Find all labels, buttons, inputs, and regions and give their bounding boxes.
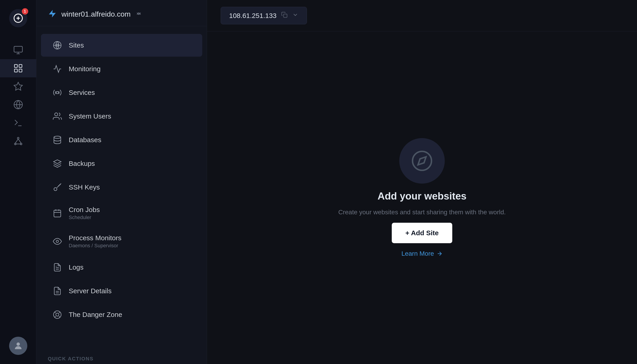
empty-state-container: Add your websites Create your websites a… — [338, 138, 506, 257]
sidebar-item-system-users[interactable]: System Users — [41, 105, 202, 128]
svg-point-35 — [56, 240, 58, 242]
server-brand-icon — [48, 9, 57, 19]
learn-more-link[interactable]: Learn More — [401, 250, 442, 257]
sidebar-item-monitoring[interactable]: Monitoring — [41, 58, 202, 80]
ssh-keys-label: SSH Keys — [69, 183, 100, 191]
server-details-label: Server Details — [69, 287, 112, 295]
svg-point-47 — [412, 151, 431, 170]
ssh-icon — [52, 182, 62, 192]
svg-line-44 — [59, 312, 60, 313]
monitoring-label: Monitoring — [69, 65, 100, 73]
cron-icon — [52, 208, 62, 218]
svg-rect-8 — [14, 69, 17, 72]
ip-dropdown-chevron[interactable] — [292, 12, 298, 20]
svg-rect-7 — [19, 64, 22, 68]
svg-point-27 — [54, 188, 57, 191]
sidebar-item-ssh-keys[interactable]: SSH Keys — [41, 176, 202, 198]
icon-rail: 1 — [0, 0, 36, 364]
add-site-button[interactable]: + Add Site — [392, 223, 452, 243]
server-details-icon — [52, 286, 62, 296]
svg-marker-48 — [418, 157, 426, 165]
process-monitors-sublabel: Daemons / Supervisor — [69, 243, 122, 249]
process-icon — [52, 236, 62, 246]
sidebar-item-sites[interactable]: Sites — [41, 34, 202, 57]
sites-label: Sites — [69, 42, 84, 49]
server-select-chevron[interactable] — [135, 10, 142, 18]
sidebar-item-danger-zone[interactable]: The Danger Zone — [41, 303, 202, 326]
services-icon — [52, 88, 62, 98]
logs-icon — [52, 262, 62, 272]
databases-label: Databases — [69, 136, 101, 144]
svg-line-45 — [54, 316, 56, 317]
svg-rect-46 — [284, 14, 287, 18]
svg-rect-3 — [14, 46, 22, 52]
svg-marker-26 — [54, 160, 61, 164]
dashboard-nav-icon[interactable] — [0, 59, 36, 77]
svg-line-43 — [59, 316, 60, 317]
logs-label: Logs — [69, 264, 84, 271]
sidebar-item-services[interactable]: Services — [41, 81, 202, 104]
svg-rect-9 — [19, 69, 22, 72]
monitoring-icon — [52, 64, 62, 74]
svg-line-42 — [54, 312, 56, 313]
globe-nav-icon[interactable] — [0, 96, 36, 114]
apps-nav-icon[interactable] — [0, 77, 36, 96]
cron-jobs-sublabel: Scheduler — [69, 214, 100, 220]
sites-icon — [52, 40, 62, 50]
databases-icon — [52, 135, 62, 145]
system-users-label: System Users — [69, 112, 111, 120]
users-icon — [52, 111, 62, 121]
ip-address: 108.61.251.133 — [229, 12, 277, 20]
server-name: winter01.alfreido.com — [62, 10, 130, 18]
svg-point-25 — [54, 136, 61, 138]
sidebar-nav: Sites Monitoring Services — [36, 26, 207, 349]
cron-jobs-label: Cron Jobs — [69, 206, 100, 214]
network-nav-icon[interactable] — [0, 132, 36, 150]
logo-button[interactable]: 1 — [9, 9, 27, 27]
user-avatar[interactable] — [9, 337, 27, 355]
sidebar-item-backups[interactable]: Backups — [41, 152, 202, 175]
notification-badge: 1 — [22, 8, 28, 14]
monitor-nav-icon[interactable] — [0, 41, 36, 59]
main-content-area: 108.61.251.133 Add your we — [207, 0, 637, 364]
ip-badge[interactable]: 108.61.251.133 — [221, 7, 307, 24]
sidebar-item-server-details[interactable]: Server Details — [41, 280, 202, 302]
empty-state-icon — [399, 138, 445, 184]
terminal-nav-icon[interactable] — [0, 114, 36, 132]
empty-state-description: Create your websites and start sharing t… — [338, 208, 506, 216]
backups-icon — [52, 158, 62, 168]
svg-line-17 — [18, 139, 21, 143]
sidebar-item-databases[interactable]: Databases — [41, 128, 202, 151]
services-label: Services — [69, 89, 95, 96]
svg-rect-6 — [14, 64, 17, 68]
sidebar-item-process-monitors[interactable]: Process Monitors Daemons / Supervisor — [41, 228, 202, 255]
danger-zone-label: The Danger Zone — [69, 311, 122, 318]
svg-point-41 — [56, 313, 59, 316]
sidebar-item-logs[interactable]: Logs — [41, 256, 202, 279]
sidebar: winter01.alfreido.com Sites — [36, 0, 207, 364]
learn-more-text: Learn More — [401, 250, 434, 257]
main-header: 108.61.251.133 — [207, 0, 637, 32]
quick-actions-label: QUICK ACTIONS — [36, 349, 207, 364]
empty-state-title: Add your websites — [378, 190, 466, 202]
svg-point-24 — [54, 113, 58, 116]
danger-icon — [52, 310, 62, 320]
process-monitors-label: Process Monitors — [69, 234, 122, 242]
sidebar-item-cron-jobs[interactable]: Cron Jobs Scheduler — [41, 200, 202, 227]
copy-ip-icon[interactable] — [281, 12, 288, 20]
svg-point-13 — [17, 138, 19, 139]
sites-empty-state: Add your websites Create your websites a… — [207, 32, 637, 364]
svg-rect-31 — [54, 210, 61, 217]
svg-point-19 — [16, 342, 20, 346]
svg-point-23 — [56, 92, 58, 94]
backups-label: Backups — [69, 160, 95, 168]
sidebar-header: winter01.alfreido.com — [36, 0, 207, 26]
svg-line-16 — [15, 139, 18, 143]
